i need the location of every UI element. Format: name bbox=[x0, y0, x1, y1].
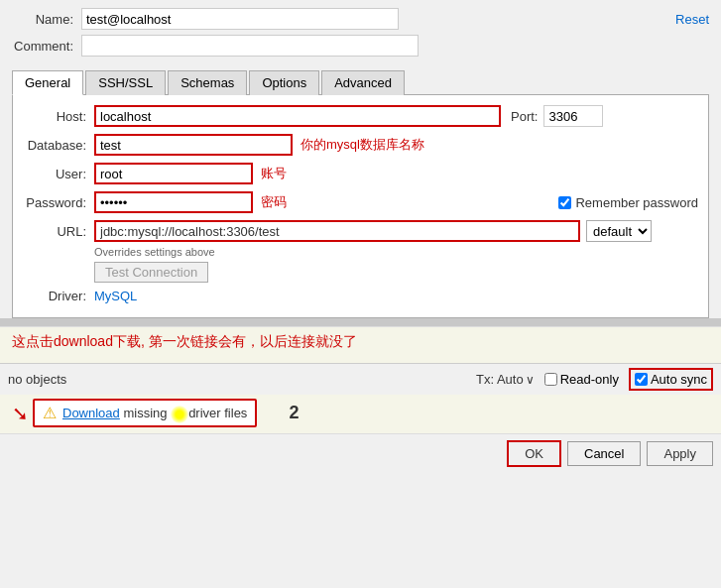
comment-input[interactable] bbox=[81, 35, 419, 57]
number-2: 2 bbox=[289, 403, 299, 423]
name-label: Name: bbox=[12, 12, 81, 27]
overrides-text: Overrides settings above bbox=[94, 246, 698, 258]
autosync-checkbox[interactable] bbox=[635, 373, 648, 386]
database-label: Database: bbox=[23, 138, 94, 153]
remember-checkbox[interactable] bbox=[558, 196, 571, 209]
readonly-checkbox[interactable] bbox=[544, 373, 557, 386]
cancel-button[interactable]: Cancel bbox=[567, 441, 641, 466]
download-text2: driver files bbox=[188, 406, 247, 420]
tx-label: Tx: Auto bbox=[476, 372, 524, 387]
database-hint: 你的mysql数据库名称 bbox=[300, 136, 424, 154]
user-input[interactable] bbox=[94, 163, 253, 184]
database-input[interactable] bbox=[94, 134, 293, 156]
password-hint: 密码 bbox=[261, 193, 287, 211]
name-input[interactable] bbox=[81, 8, 399, 30]
url-input[interactable] bbox=[94, 220, 580, 242]
url-label: URL: bbox=[23, 224, 94, 239]
main-container: Name: Reset Comment: General SSH/SSL Sch… bbox=[0, 0, 721, 588]
ok-button[interactable]: OK bbox=[507, 440, 561, 467]
comment-label: Comment: bbox=[12, 39, 81, 54]
download-text: missing bbox=[120, 406, 171, 420]
port-input[interactable] bbox=[543, 105, 603, 127]
driver-value: MySQL bbox=[94, 289, 137, 303]
tab-schemas[interactable]: Schemas bbox=[168, 70, 247, 95]
port-label: Port: bbox=[511, 109, 538, 124]
cursor-highlight bbox=[171, 406, 188, 423]
tab-options[interactable]: Options bbox=[249, 70, 319, 95]
remember-label[interactable]: Remember password bbox=[558, 195, 698, 210]
password-row: Password: 密码 Remember password bbox=[23, 191, 698, 213]
apply-button[interactable]: Apply bbox=[647, 441, 713, 466]
test-connection-button[interactable]: Test Connection bbox=[94, 262, 208, 283]
annotation-area: 这点击download下载, 第一次链接会有，以后连接就没了 bbox=[0, 326, 721, 363]
tab-content: Host: Port: Database: 你的mysql数据库名称 User:… bbox=[12, 95, 709, 318]
comment-row: Comment: bbox=[12, 35, 709, 57]
user-hint: 账号 bbox=[261, 165, 287, 182]
annotation-text: 这点击download下载, 第一次链接会有，以后连接就没了 bbox=[12, 333, 709, 351]
url-row: URL: default bbox=[23, 220, 698, 242]
reset-link[interactable]: Reset bbox=[667, 12, 709, 27]
name-row: Name: Reset bbox=[12, 8, 709, 30]
tab-advanced[interactable]: Advanced bbox=[321, 70, 405, 95]
warning-icon: ⚠ bbox=[43, 404, 57, 422]
download-warning: ⚠ Download missing driver files bbox=[33, 399, 257, 427]
top-form: Name: Reset Comment: bbox=[0, 0, 721, 65]
tab-sshssl[interactable]: SSH/SSL bbox=[85, 70, 166, 95]
password-label: Password: bbox=[23, 195, 94, 210]
download-area: ➘ ⚠ Download missing driver files 2 bbox=[0, 395, 721, 433]
host-input[interactable] bbox=[94, 105, 501, 127]
driver-label: Driver: bbox=[23, 289, 94, 303]
url-select[interactable]: default bbox=[586, 220, 652, 242]
host-row: Host: Port: bbox=[23, 105, 698, 127]
red-arrow-icon: ➘ bbox=[12, 402, 29, 425]
no-objects-text: no objects bbox=[8, 372, 66, 387]
tx-dropdown-icon[interactable]: ∨ bbox=[526, 373, 535, 387]
host-label: Host: bbox=[23, 109, 94, 124]
tabs-bar: General SSH/SSL Schemas Options Advanced bbox=[12, 69, 709, 95]
password-input[interactable] bbox=[94, 191, 253, 213]
database-row: Database: 你的mysql数据库名称 bbox=[23, 134, 698, 156]
download-link[interactable]: Download bbox=[62, 406, 120, 420]
section-divider bbox=[0, 318, 721, 326]
readonly-label[interactable]: Read-only bbox=[544, 372, 619, 387]
tab-general[interactable]: General bbox=[12, 70, 83, 95]
user-row: User: 账号 bbox=[23, 163, 698, 184]
bottom-bar: no objects Tx: Auto ∨ Read-only Auto syn… bbox=[0, 363, 721, 395]
buttons-row: OK Cancel Apply bbox=[0, 433, 721, 473]
user-label: User: bbox=[23, 167, 94, 181]
driver-row: Driver: MySQL bbox=[23, 289, 698, 303]
autosync-label[interactable]: Auto sync bbox=[629, 368, 713, 391]
